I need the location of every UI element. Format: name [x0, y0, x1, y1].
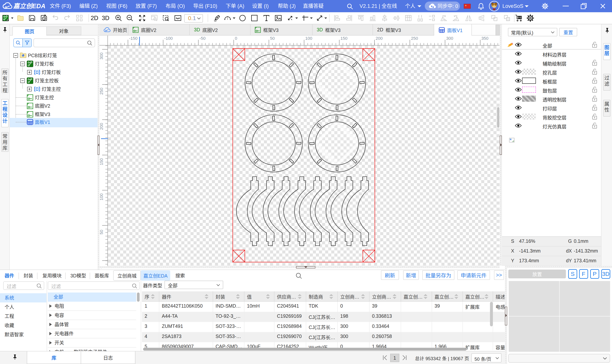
- svg-text:★: ★: [465, 4, 467, 7]
